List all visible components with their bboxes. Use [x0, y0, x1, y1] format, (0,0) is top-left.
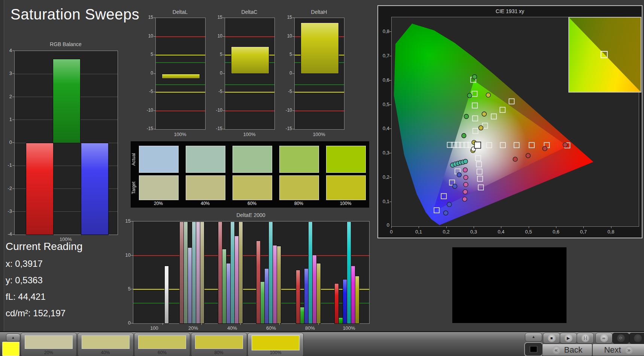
cie-measured-point: [463, 190, 468, 194]
delta-y-tick: [292, 129, 294, 129]
delta-y-tick: [223, 36, 225, 37]
cie-measured-point: [443, 211, 448, 215]
cie-target-square: [455, 142, 461, 148]
next-button[interactable]: Next »: [592, 344, 644, 356]
deltae-y-tick: [131, 221, 133, 221]
pattern-window-button[interactable]: [524, 342, 543, 356]
delta-y-tick: [223, 73, 225, 74]
rgb-y-tick: [12, 234, 14, 235]
next-chevron-icon: »: [625, 346, 633, 354]
patch-button-60%[interactable]: 60%: [134, 333, 190, 356]
delta-y-tick-label: -5: [143, 89, 153, 94]
delta-y-tick-label: 5: [212, 52, 222, 57]
deltae-bar: [164, 266, 169, 324]
delta-y-tick: [154, 18, 155, 18]
patch-button-100%[interactable]: 100%: [247, 333, 304, 356]
rgb-bar-green: [53, 59, 80, 143]
deltae-group-label: 20%: [182, 325, 204, 331]
delta-y-tick: [154, 73, 155, 74]
cie-y-tick: [389, 153, 391, 153]
rgb-y-tick: [12, 211, 14, 212]
patch-button-40%[interactable]: 40%: [78, 333, 134, 356]
cie-measured-point: [463, 159, 468, 164]
delta-y-tick: [154, 111, 155, 111]
rgb-y-tick: [12, 188, 14, 189]
cie-y-tick: [389, 105, 391, 105]
ref-line-yellow: [156, 92, 205, 93]
cie-y-tick: [389, 56, 391, 56]
delta-bar: [301, 22, 339, 74]
deltae-y-tick: [131, 255, 133, 256]
cie-title: CIE 1931 xy: [378, 8, 642, 14]
cie-target-square: [500, 107, 505, 112]
cie-y-tick-label: 0,4: [379, 126, 389, 131]
swatch-column-label: 100%: [326, 201, 365, 206]
deltae-group-label: 80%: [299, 325, 321, 331]
delta-y-tick-label: -10: [143, 108, 153, 113]
delta-y-tick: [223, 55, 225, 55]
infinity-icon: ∞: [600, 334, 608, 342]
delta-y-tick-label: -15: [212, 126, 222, 131]
delta-y-tick-label: 15: [212, 15, 222, 20]
cie-x-tick-label: 0,6: [550, 229, 562, 235]
collapse-controls-button[interactable]: ▲: [525, 333, 542, 342]
stop-button[interactable]: ■: [543, 333, 560, 344]
bracket-icon: [··]: [581, 334, 589, 342]
cie-y-tick: [389, 177, 391, 178]
actual-swatch-60%: [233, 146, 272, 173]
cie-target-square: [476, 162, 482, 167]
rgb-y-tick: [12, 120, 14, 120]
ref-line-yellow: [156, 55, 205, 55]
delta-y-tick: [223, 129, 225, 129]
play-button[interactable]: ▶: [560, 333, 577, 344]
cie-x-tick: [556, 226, 556, 228]
ref-line-yellow: [295, 92, 344, 93]
rgb-y-tick-label: 3: [3, 70, 12, 76]
cie-target-square: [472, 103, 477, 108]
cie-measured-point: [462, 133, 466, 138]
pattern-display-window: [452, 247, 566, 323]
infinity-button[interactable]: ∞: [595, 333, 613, 344]
actual-swatch-80%: [279, 146, 319, 173]
blank-button[interactable]: [629, 333, 644, 344]
cie-x-tick-label: 0,3: [468, 229, 479, 235]
refresh-icon: ⟳: [617, 334, 625, 342]
page-title: Saturation Sweeps: [10, 6, 139, 23]
deltae-ref-line-red: [133, 255, 369, 256]
cie-x-tick: [391, 226, 392, 228]
cie-measured-point: [467, 93, 472, 98]
rgb-y-tick-label: 2: [3, 94, 12, 99]
delta-y-tick-label: 5: [282, 52, 292, 57]
delta-y-tick: [154, 55, 155, 55]
delta-chart-deltal: [155, 18, 206, 130]
rgb-y-tick-label: 0: [3, 139, 12, 145]
back-button[interactable]: « Back: [542, 344, 592, 356]
back-label: Back: [564, 345, 583, 355]
cie-y-tick-label: 0,8: [379, 28, 389, 34]
ref-line-green: [156, 62, 205, 63]
cie-y-tick: [389, 129, 391, 129]
cie-x-tick: [419, 226, 419, 228]
cie-target-square: [477, 169, 482, 174]
rgb-y-tick-label: -3: [3, 208, 12, 214]
patch-button-label: 80%: [191, 350, 247, 355]
cie-x-tick: [583, 226, 584, 228]
deltae-bar: [316, 263, 321, 324]
bracket-button[interactable]: [··]: [577, 333, 594, 344]
delta-y-tick-label: 15: [282, 15, 292, 20]
cie-x-tick: [474, 226, 474, 228]
deltae-x-tick: [240, 323, 241, 325]
swatch-column-label: 40%: [186, 201, 225, 206]
cie-measured-point: [447, 202, 452, 207]
deltae-chart: [133, 221, 370, 324]
patch-button-20%[interactable]: 20%: [21, 333, 77, 356]
refresh-button[interactable]: ⟳: [612, 333, 629, 344]
patch-swatch-100%: [252, 335, 300, 350]
cie-x-tick: [611, 226, 611, 228]
cie-y-tick-label: 0,7: [379, 53, 389, 58]
collapse-toolbar-button[interactable]: ▲: [6, 334, 20, 342]
patch-button-80%[interactable]: 80%: [191, 333, 247, 356]
cie-measured-point: [543, 146, 547, 151]
cie-measured-point: [563, 143, 567, 147]
deltae-bar: [355, 276, 359, 324]
